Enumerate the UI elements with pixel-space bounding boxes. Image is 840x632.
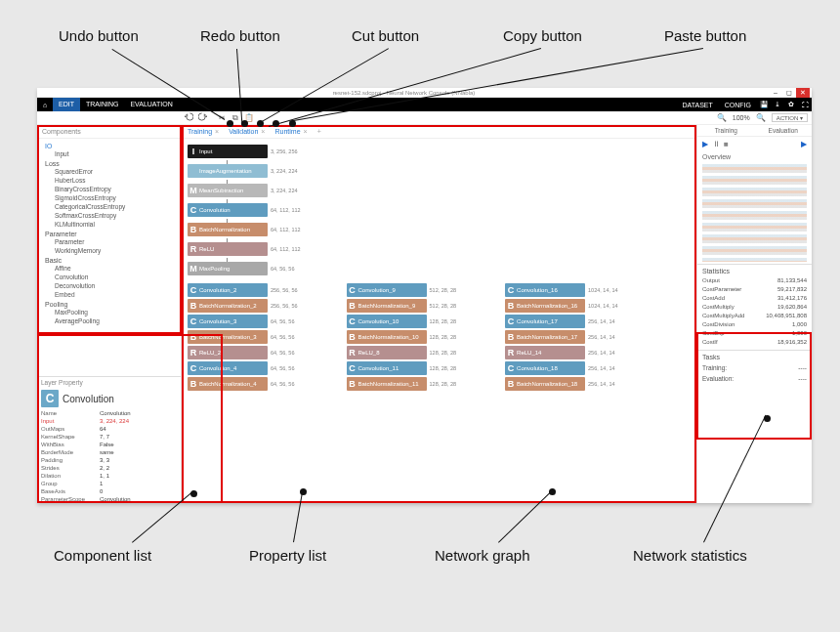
property-row[interactable]: Input3, 224, 224: [37, 417, 181, 425]
cat-pooling[interactable]: Pooling: [45, 301, 181, 308]
subtab-training[interactable]: Training×: [188, 128, 219, 135]
graph-node[interactable]: RReLU_14: [505, 346, 585, 359]
property-row[interactable]: NameConvolution: [37, 409, 181, 417]
subtab-runtime[interactable]: Runtime×: [274, 128, 307, 135]
list-item[interactable]: SquaredError: [45, 167, 181, 176]
save-icon[interactable]: 💾: [757, 101, 771, 108]
graph-node[interactable]: CConvolution: [188, 203, 268, 217]
graph-node[interactable]: CConvolution_9: [347, 283, 427, 297]
graph-node[interactable]: CConvolution_11: [347, 361, 427, 375]
list-item[interactable]: Affine: [45, 264, 181, 273]
component-tree[interactable]: IO Input Loss SquaredError HuberLoss Bin…: [37, 139, 181, 376]
property-row[interactable]: Strides2, 2: [37, 464, 181, 472]
zoom-in-icon[interactable]: 🔍: [754, 113, 768, 122]
graph-node[interactable]: CConvolution_3: [188, 315, 268, 328]
list-item[interactable]: KLMultinomial: [45, 220, 181, 229]
list-item[interactable]: WorkingMemory: [45, 246, 181, 255]
property-row[interactable]: BaseAxis0: [37, 487, 181, 495]
graph-node[interactable]: MMaxPooling: [188, 262, 268, 275]
graph-node[interactable]: BBatchNormalization_17: [505, 330, 585, 344]
property-row[interactable]: Padding3, 3: [37, 456, 181, 464]
graph-node[interactable]: CConvolution_17: [505, 315, 585, 328]
list-item[interactable]: MaxPooling: [45, 308, 181, 316]
graph-node[interactable]: BBatchNormalization_10: [347, 330, 427, 344]
list-item[interactable]: Parameter: [45, 237, 181, 246]
list-item[interactable]: AveragePooling: [45, 316, 181, 325]
graph-node[interactable]: MMeanSubtraction: [188, 184, 268, 197]
cat-basic[interactable]: Basic: [45, 257, 181, 264]
graph-node[interactable]: BBatchNormalization: [188, 223, 268, 236]
cat-loss[interactable]: Loss: [45, 160, 181, 167]
list-item[interactable]: CategoricalCrossEntropy: [45, 202, 181, 211]
graph-node[interactable]: ImageAugmentation: [188, 164, 268, 178]
minimize-button[interactable]: –: [769, 88, 782, 98]
cat-io[interactable]: IO: [45, 143, 181, 149]
action-button[interactable]: ACTION ▾: [772, 113, 808, 122]
property-row[interactable]: KernelShape7, 7: [37, 433, 181, 441]
property-row[interactable]: Group1: [37, 480, 181, 487]
graph-node[interactable]: RReLU: [188, 242, 268, 256]
menu-dataset[interactable]: DATASET: [677, 102, 719, 108]
list-item[interactable]: SoftmaxCrossEntropy: [45, 211, 181, 220]
list-item[interactable]: Embed: [45, 290, 181, 299]
graph-node[interactable]: RReLU_8: [347, 346, 427, 359]
graph-node[interactable]: BBatchNormalization_2: [188, 299, 268, 313]
property-row[interactable]: Dilation1, 1: [37, 472, 181, 480]
graph-node[interactable]: RReLU_2: [188, 346, 268, 359]
graph-node[interactable]: CConvolution_18: [505, 361, 585, 375]
close-icon[interactable]: ×: [304, 128, 308, 135]
subtab-add[interactable]: +: [317, 128, 321, 135]
menu-edit[interactable]: EDIT: [53, 98, 80, 111]
close-icon[interactable]: ×: [261, 128, 265, 135]
graph-node[interactable]: BBatchNormalization_18: [505, 377, 585, 391]
close-icon[interactable]: ×: [215, 128, 219, 135]
cut-button[interactable]: ✂: [215, 113, 229, 122]
list-item[interactable]: SigmoidCrossEntropy: [45, 193, 181, 202]
cat-parameter[interactable]: Parameter: [45, 231, 181, 237]
menu-config[interactable]: CONFIG: [719, 102, 757, 108]
play-icon[interactable]: ▶: [801, 140, 807, 148]
list-item[interactable]: HuberLoss: [45, 176, 181, 185]
close-button[interactable]: ✕: [796, 88, 810, 98]
right-tab-evaluation[interactable]: Evaluation: [755, 125, 813, 136]
list-item[interactable]: Convolution: [45, 273, 181, 281]
expand-icon[interactable]: ⛶: [798, 102, 812, 108]
right-tab-training[interactable]: Training: [697, 125, 755, 136]
graph-node[interactable]: BBatchNormalization_4: [188, 377, 268, 391]
graph-node[interactable]: CConvolution_10: [347, 315, 427, 328]
settings-icon[interactable]: ✿: [784, 101, 798, 108]
list-item[interactable]: Deconvolution: [45, 281, 181, 290]
list-item[interactable]: BinaryCrossEntropy: [45, 185, 181, 193]
graph-node[interactable]: BBatchNormalization_3: [188, 330, 268, 344]
graph-node[interactable]: CConvolution_16: [505, 283, 585, 297]
subtab-validation[interactable]: Validation×: [229, 128, 265, 135]
property-row[interactable]: OutMaps64: [37, 425, 181, 433]
network-graph[interactable]: IInput3, 256, 256ImageAugmentation3, 224…: [182, 139, 696, 393]
graph-node[interactable]: CConvolution_2: [188, 283, 268, 297]
comp-input[interactable]: Input: [45, 149, 181, 158]
graph-node[interactable]: BBatchNormalization_16: [505, 299, 585, 313]
property-row[interactable]: WithBiasFalse: [37, 441, 181, 448]
redo-button[interactable]: [195, 112, 209, 123]
menu-evaluation[interactable]: EVALUATION: [124, 98, 178, 111]
paste-button[interactable]: 📋: [242, 113, 256, 122]
property-row[interactable]: BorderModesame: [37, 448, 181, 456]
copy-button[interactable]: ⧉: [229, 113, 242, 123]
zoom-out-icon[interactable]: 🔍: [715, 113, 729, 122]
export-icon[interactable]: ⤓: [771, 101, 784, 108]
maximize-button[interactable]: ◻: [782, 88, 796, 98]
menu-training[interactable]: TRAINING: [80, 98, 124, 111]
overview-minimap[interactable]: [702, 164, 807, 262]
property-row[interactable]: ParameterScopeConvolution: [37, 495, 181, 503]
graph-node[interactable]: IInput: [188, 145, 268, 158]
center-canvas[interactable]: Training× Validation× Runtime× + IInput3…: [182, 125, 696, 503]
stop-icon[interactable]: ■: [724, 140, 729, 148]
graph-node[interactable]: CConvolution_4: [188, 361, 268, 375]
pause-icon[interactable]: ⏸: [712, 140, 720, 148]
undo-button[interactable]: [182, 112, 195, 123]
subtabs: Training× Validation× Runtime× +: [182, 125, 696, 139]
play-icon[interactable]: ▶: [702, 140, 708, 148]
graph-node[interactable]: BBatchNormalization_9: [347, 299, 427, 313]
home-button[interactable]: ⌂: [37, 102, 53, 108]
graph-node[interactable]: BBatchNormalization_11: [347, 377, 427, 391]
